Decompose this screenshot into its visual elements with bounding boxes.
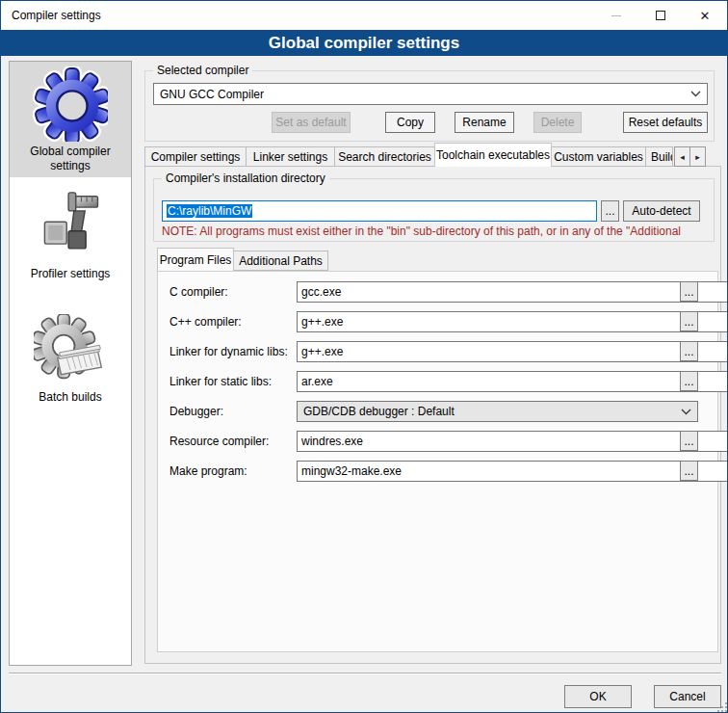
close-button[interactable]: ✕: [683, 1, 727, 30]
installation-directory-group: Compiler's installation directory C:\ray…: [153, 178, 715, 242]
cpp-compiler-label: C++ compiler:: [169, 315, 242, 329]
selected-path-text: C:\raylib\MinGW: [167, 204, 252, 218]
tab-compiler-settings[interactable]: Compiler settings: [144, 146, 247, 167]
cpp-compiler-row: C++ compiler: ...: [158, 311, 717, 332]
sidebar-item-label: Batch builds: [39, 390, 101, 405]
sidebar-item-global-compiler-settings[interactable]: Global compiler settings: [10, 62, 131, 177]
auto-detect-button[interactable]: Auto-detect: [623, 200, 700, 222]
page-title: Global compiler settings: [1, 30, 727, 56]
debugger-select-value: GDB/CDB debugger : Default: [303, 405, 455, 418]
compiler-select-value: GNU GCC Compiler: [160, 88, 264, 101]
debugger-row: Debugger: GDB/CDB debugger : Default: [158, 401, 717, 422]
installation-directory-group-label: Compiler's installation directory: [162, 172, 329, 185]
chevron-down-icon: [681, 409, 691, 415]
make-program-browse-button[interactable]: ...: [680, 461, 698, 481]
tab-scroll-right-button[interactable]: ▸: [689, 146, 706, 167]
window-title: Compiler settings: [1, 9, 101, 22]
compiler-settings-dialog: Compiler settings ✕ Global compiler sett…: [0, 0, 728, 713]
make-program-row: Make program: ...: [158, 461, 717, 482]
subtab-program-files[interactable]: Program Files: [157, 248, 234, 271]
blue-gear-icon: [33, 66, 108, 142]
sidebar-item-profiler-settings[interactable]: Profiler settings: [10, 186, 131, 281]
static-linker-input[interactable]: [297, 371, 728, 392]
delete-button: Delete: [533, 112, 582, 133]
cancel-button[interactable]: Cancel: [654, 685, 721, 708]
installation-directory-input[interactable]: C:\raylib\MinGW: [162, 200, 597, 222]
make-program-input[interactable]: [297, 461, 728, 482]
set-as-default-button: Set as default: [272, 112, 351, 133]
gray-gear-stack-icon: [34, 314, 107, 387]
title-bar[interactable]: Compiler settings ✕: [1, 1, 727, 30]
ok-button[interactable]: OK: [564, 685, 632, 708]
program-files-panel: C compiler: ... C++ compiler: ... Linker…: [157, 271, 718, 652]
tab-scroll-buttons: ◂ ▸: [675, 146, 706, 167]
reset-defaults-button[interactable]: Reset defaults: [623, 112, 708, 133]
tab-linker-settings[interactable]: Linker settings: [246, 146, 335, 167]
minimize-button: [594, 1, 638, 30]
make-program-label: Make program:: [169, 464, 247, 478]
copy-button[interactable]: Copy: [385, 112, 435, 133]
sidebar-item-batch-builds[interactable]: Batch builds: [10, 309, 131, 405]
dynamic-linker-input[interactable]: [297, 341, 728, 362]
arrow-left-icon: ◂: [680, 152, 685, 162]
maximize-button[interactable]: [638, 1, 683, 30]
path-subtabs: Program Files Additional Paths: [157, 248, 328, 271]
resource-compiler-input[interactable]: [297, 431, 728, 452]
footer-divider: [9, 673, 721, 673]
sidebar-item-label: Profiler settings: [31, 267, 111, 281]
dynamic-linker-row: Linker for dynamic libs: ...: [158, 341, 717, 362]
resource-compiler-browse-button[interactable]: ...: [680, 431, 698, 451]
compiler-select[interactable]: GNU GCC Compiler: [153, 83, 708, 105]
subtab-additional-paths[interactable]: Additional Paths: [233, 251, 328, 271]
rename-button[interactable]: Rename: [455, 112, 514, 133]
caliper-tool-icon: [34, 191, 107, 264]
resource-compiler-label: Resource compiler:: [169, 435, 269, 448]
debugger-label: Debugger:: [169, 405, 223, 418]
chevron-down-icon: [690, 91, 701, 97]
settings-sidebar: Global compiler settings: [9, 61, 132, 666]
toolchain-executables-panel: Compiler's installation directory C:\ray…: [144, 166, 721, 664]
tab-custom-variables[interactable]: Custom variables: [551, 146, 646, 167]
tab-scroll-left-button[interactable]: ◂: [674, 146, 690, 167]
tab-build-options[interactable]: Build options: [645, 146, 673, 167]
c-compiler-browse-button[interactable]: ...: [680, 281, 698, 302]
static-linker-browse-button[interactable]: ...: [680, 371, 698, 391]
cpp-compiler-browse-button[interactable]: ...: [680, 311, 698, 331]
c-compiler-input[interactable]: [297, 281, 728, 303]
tab-toolchain-executables[interactable]: Toolchain executables: [434, 143, 552, 167]
sidebar-item-label: Global compiler settings: [10, 145, 131, 173]
c-compiler-row: C compiler: ...: [158, 281, 717, 303]
resize-grip[interactable]: [721, 706, 723, 708]
c-compiler-label: C compiler:: [169, 285, 228, 299]
browse-directory-button[interactable]: ...: [601, 200, 619, 222]
dynamic-linker-browse-button[interactable]: ...: [680, 341, 698, 361]
arrow-right-icon: ▸: [695, 152, 700, 162]
selected-compiler-group: Selected compiler GNU GCC Compiler Set a…: [144, 70, 715, 142]
minimize-icon: [611, 15, 621, 16]
close-icon: ✕: [700, 10, 711, 22]
selected-compiler-group-label: Selected compiler: [153, 64, 252, 77]
static-linker-row: Linker for static libs: ...: [158, 371, 717, 392]
tab-search-directories[interactable]: Search directories: [334, 146, 435, 167]
dynamic-linker-label: Linker for dynamic libs:: [169, 345, 288, 358]
bin-subdirectory-note: NOTE: All programs must exist either in …: [162, 224, 713, 238]
cpp-compiler-input[interactable]: [297, 311, 728, 332]
caption-buttons: ✕: [594, 1, 727, 30]
resource-compiler-row: Resource compiler: ...: [158, 431, 717, 452]
static-linker-label: Linker for static libs:: [169, 375, 272, 388]
settings-tabs: Compiler settings Linker settings Search…: [144, 143, 706, 167]
maximize-icon: [656, 11, 665, 20]
debugger-select[interactable]: GDB/CDB debugger : Default: [297, 401, 698, 422]
